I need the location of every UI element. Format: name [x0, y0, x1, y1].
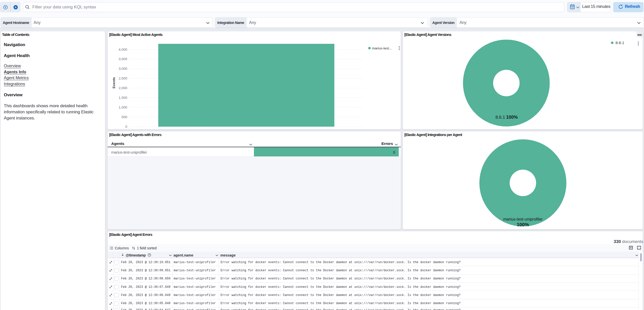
- svg-text:3,000: 3,000: [119, 67, 127, 71]
- svg-text:500: 500: [121, 115, 127, 119]
- svg-text:Events: Events: [112, 77, 116, 88]
- svg-text:8.6.1: 8.6.1: [495, 115, 505, 120]
- svg-text:3,500: 3,500: [119, 57, 127, 61]
- svg-text:2,000: 2,000: [119, 86, 127, 90]
- svg-text:1,500: 1,500: [119, 96, 127, 100]
- svg-text:0: 0: [125, 125, 127, 129]
- svg-text:100%: 100%: [517, 222, 529, 227]
- svg-text:100%: 100%: [506, 115, 518, 120]
- svg-text:marius-test-uniprofiler: marius-test-uniprofiler: [503, 217, 543, 221]
- svg-text:marius-test...: marius-test...: [372, 46, 392, 50]
- svg-text:8.6.1: 8.6.1: [616, 41, 624, 45]
- svg-text:2,500: 2,500: [119, 76, 127, 80]
- svg-text:4,000: 4,000: [119, 48, 127, 51]
- svg-text:1,000: 1,000: [119, 105, 127, 109]
